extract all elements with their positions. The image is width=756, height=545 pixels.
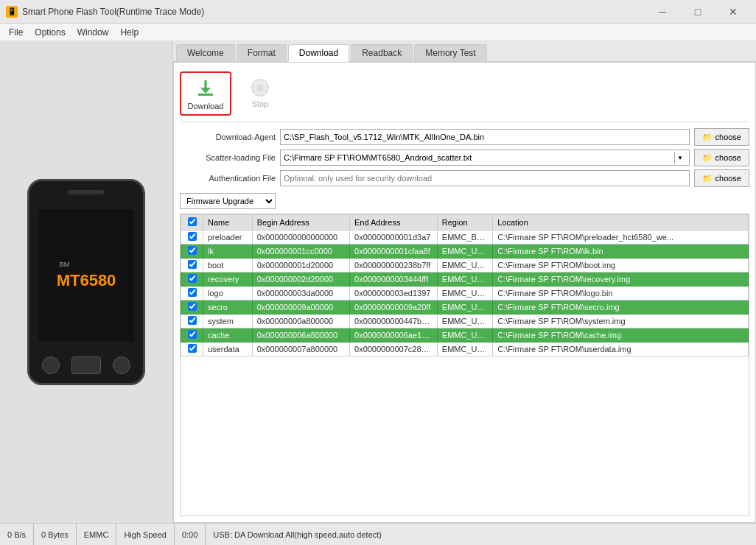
col-begin: Begin Address [252, 215, 349, 231]
row-checkbox-6[interactable] [188, 316, 197, 325]
row-checkbox-2[interactable] [188, 260, 197, 269]
tab-welcome[interactable]: Welcome [176, 44, 235, 61]
menu-file[interactable]: File [3, 26, 29, 39]
row-checkbox-7[interactable] [188, 330, 197, 339]
row-name: lk [203, 245, 253, 259]
row-checkbox-8[interactable] [188, 344, 197, 353]
col-name: Name [203, 215, 253, 231]
phone-display: BM MT6580 [27, 179, 145, 385]
stop-label: Stop [252, 99, 269, 108]
status-speed: 0 B/s [0, 524, 34, 545]
download-icon [195, 77, 217, 99]
title-bar: 📱 Smart Phone Flash Tool(Runtime Trace M… [0, 0, 756, 24]
phone-speaker [68, 190, 105, 194]
phone-label: BM [57, 261, 70, 268]
table-row: system0x00000000a8000000x000000000447bca… [181, 314, 749, 328]
row-begin-address: 0x0000000000000000 [252, 231, 349, 245]
row-checkbox-5[interactable] [188, 302, 197, 311]
authentication-input[interactable] [280, 170, 690, 186]
firmware-table: Name Begin Address End Address Region Lo… [180, 214, 749, 516]
row-location: C:\Firmare SP FT\ROM\recovery.img [493, 272, 749, 286]
phone-brand: MT6580 [57, 271, 116, 290]
stop-icon [251, 79, 269, 96]
row-checkbox-3[interactable] [188, 274, 197, 283]
table-row: recovery0x000000002d200000x0000000003444… [181, 272, 749, 286]
download-button[interactable]: Download [180, 71, 231, 116]
row-location: C:\Firmare SP FT\ROM\boot.img [493, 259, 749, 272]
scatter-loading-input[interactable]: C:\Firmare SP FT\ROM\MT6580_Android_scat… [280, 150, 690, 166]
download-agent-choose-button[interactable]: 📁 choose [694, 128, 749, 146]
row-end-address: 0x0000000003444fff [350, 272, 438, 286]
row-location: C:\Firmare SP FT\ROM\preloader_hct6580_w… [493, 231, 749, 245]
phone-home-button [71, 356, 101, 374]
table-row: lk0x000000001cc00000x0000000001cfaa8fEMM… [181, 245, 749, 259]
tab-format[interactable]: Format [237, 44, 287, 61]
authentication-choose-button[interactable]: 📁 choose [694, 169, 749, 187]
stop-button[interactable]: Stop [234, 71, 286, 116]
firmware-dropdown[interactable]: Firmware Upgrade Download Only Format Al… [180, 193, 276, 209]
row-region: EMMC_USER [437, 272, 492, 286]
row-name: secro [203, 300, 253, 314]
scatter-loading-choose-button[interactable]: 📁 choose [694, 149, 749, 166]
table-row: userdata0x000000007a8000000x0000000007c2… [181, 342, 749, 356]
row-checkbox-1[interactable] [188, 246, 197, 255]
left-panel: BM MT6580 [0, 41, 173, 523]
menu-window[interactable]: Window [71, 26, 115, 39]
authentication-row: Authentication File 📁 choose [180, 169, 749, 187]
row-name: system [203, 314, 253, 328]
row-end-address: 0x0000000007c28624f [350, 342, 438, 356]
row-checkbox-cell [181, 314, 203, 328]
status-storage: EMMC [77, 524, 117, 545]
row-begin-address: 0x000000001d20000 [252, 259, 349, 272]
status-bar: 0 B/s 0 Bytes EMMC High Speed 0:00 USB: … [0, 523, 756, 545]
download-agent-input[interactable] [280, 129, 690, 145]
select-all-checkbox[interactable] [188, 217, 197, 226]
row-end-address: 0x000000003ed1397 [350, 286, 438, 300]
firmware-dropdown-row: Firmware Upgrade Download Only Format Al… [180, 193, 749, 209]
row-begin-address: 0x00000000a800000 [252, 314, 349, 328]
scatter-loading-label: Scatter-loading File [180, 153, 276, 162]
row-end-address: 0x000000000238b7ff [350, 259, 438, 272]
row-begin-address: 0x000000009a00000 [252, 300, 349, 314]
row-region: EMMC_USER [437, 328, 492, 342]
app-icon: 📱 [6, 6, 18, 18]
row-region: EMMC_USER [437, 342, 492, 356]
row-begin-address: 0x000000003da0000 [252, 286, 349, 300]
row-location: C:\Firmare SP FT\ROM\userdata.img [493, 342, 749, 356]
row-location: C:\Firmare SP FT\ROM\secro.img [493, 300, 749, 314]
phone-back-button [42, 356, 60, 374]
scatter-loading-row: Scatter-loading File C:\Firmare SP FT\RO… [180, 149, 749, 166]
row-name: boot [203, 259, 253, 272]
window-title: Smart Phone Flash Tool(Runtime Trace Mod… [22, 7, 204, 17]
row-checkbox-0[interactable] [188, 232, 197, 241]
maximize-button[interactable]: □ [681, 2, 715, 21]
tab-memory-test[interactable]: Memory Test [414, 44, 486, 61]
menu-options[interactable]: Options [29, 26, 71, 39]
row-checkbox-cell [181, 259, 203, 272]
row-name: recovery [203, 272, 253, 286]
phone-mockup: BM MT6580 [27, 179, 145, 385]
col-region: Region [437, 215, 492, 231]
svg-rect-4 [257, 85, 263, 91]
row-checkbox-4[interactable] [188, 288, 197, 297]
row-end-address: 0x00000000009a20ff [350, 300, 438, 314]
row-location: C:\Firmare SP FT\ROM\lk.bin [493, 245, 749, 259]
menu-bar: File Options Window Help [0, 24, 756, 41]
status-message: USB: DA Download All(high speed,auto det… [206, 524, 756, 545]
row-begin-address: 0x000000007a800000 [252, 342, 349, 356]
tab-download[interactable]: Download [288, 44, 349, 62]
window-controls: ─ □ ✕ [645, 2, 750, 21]
tab-readback[interactable]: Readback [351, 44, 413, 61]
close-button[interactable]: ✕ [716, 2, 750, 21]
minimize-button[interactable]: ─ [645, 2, 679, 21]
scatter-dropdown-arrow: ▼ [674, 152, 686, 164]
menu-help[interactable]: Help [114, 26, 144, 39]
phone-screen: BM MT6580 [38, 209, 134, 342]
row-checkbox-cell [181, 245, 203, 259]
row-begin-address: 0x000000001cc0000 [252, 245, 349, 259]
table-row: logo0x000000003da00000x000000003ed1397EM… [181, 286, 749, 300]
row-region: EMMC_USER [437, 259, 492, 272]
table-row: preloader0x00000000000000000x00000000001… [181, 231, 749, 245]
row-region: EMMC_BOOT_1 [437, 231, 492, 245]
row-name: userdata [203, 342, 253, 356]
